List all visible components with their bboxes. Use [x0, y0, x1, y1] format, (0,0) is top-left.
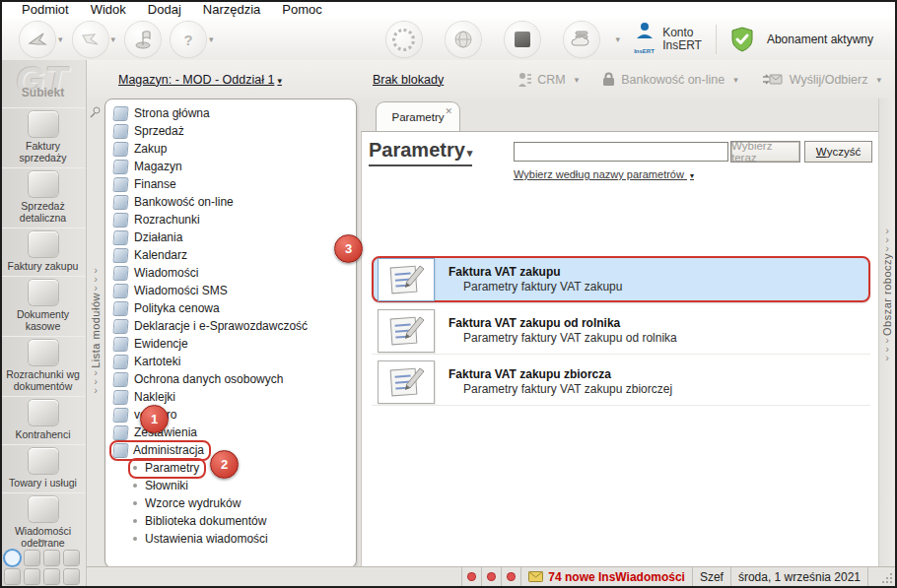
- menu-pomoc[interactable]: Pomoc: [272, 2, 331, 17]
- tree-item-wiadomosci-sms[interactable]: Wiadomości SMS: [105, 282, 356, 299]
- tree-item-zakup[interactable]: Zakup: [105, 140, 356, 158]
- nav-arrow-button[interactable]: [20, 22, 55, 57]
- select-now-button[interactable]: Wybierz teraz: [730, 141, 800, 163]
- filter-by-name-link[interactable]: Wybierz według nazwy parametrów ▾: [514, 168, 694, 180]
- sidebar-more-button[interactable]: ▾: [0, 536, 86, 547]
- current-date[interactable]: środa, 1 września 2021: [730, 567, 867, 586]
- close-icon[interactable]: ✕: [445, 106, 452, 116]
- page-title[interactable]: Parametry▾: [369, 139, 472, 166]
- parameters-list: Faktura VAT zakupuParametry faktury VAT …: [372, 256, 870, 410]
- module-mini-icon[interactable]: [64, 569, 79, 584]
- crm-button[interactable]: CRM ▾: [518, 72, 579, 88]
- chevron-down-icon: ▾: [876, 75, 881, 85]
- tree-item-kartoteki[interactable]: Kartoteki: [105, 353, 356, 370]
- sidebar-item-kontrahenci[interactable]: Kontrahenci: [0, 396, 86, 444]
- warehouse-selector[interactable]: Magazyn: - MOD - Oddział 1▾: [118, 73, 282, 87]
- tab-parametry[interactable]: Parametry ✕: [376, 101, 460, 131]
- red-dot-icon: [488, 573, 495, 580]
- tree-item-polityka-cenowa[interactable]: Polityka cenowa: [105, 299, 356, 317]
- tree-item-finanse[interactable]: Finanse: [105, 175, 356, 193]
- module-mini-icon[interactable]: [25, 551, 39, 565]
- tree-item-naklejki[interactable]: Naklejki: [105, 388, 356, 406]
- online-sphere-button[interactable]: [446, 22, 481, 57]
- status-dot-indicator: [501, 567, 520, 586]
- sidebar-item-dokumenty-kasowe[interactable]: Dokumenty kasowe: [0, 276, 86, 336]
- application-window: Podmiot Widok Dodaj Narzędzia Pomoc ▾ ▾ …: [0, 0, 897, 588]
- lock-status-link[interactable]: Brak blokady: [373, 73, 444, 87]
- tree-item-dzialania[interactable]: Działania: [105, 229, 356, 246]
- pin-icon[interactable]: [90, 106, 102, 118]
- tree-item-strona-glowna[interactable]: Strona główna: [105, 104, 356, 122]
- tree-item-deklaracje[interactable]: Deklaracje i e-Sprawozdawczość: [105, 317, 356, 335]
- status-dot-indicator: [481, 567, 501, 586]
- chevron-down-icon[interactable]: ▾: [616, 34, 621, 44]
- menu-widok[interactable]: Widok: [81, 2, 136, 17]
- send-arrow-button[interactable]: [73, 22, 108, 57]
- ins-messages-status[interactable]: 74 nowe InsWiadomości: [520, 567, 692, 586]
- chevron-down-icon[interactable]: ▾: [111, 34, 116, 44]
- online-banking-button[interactable]: Bankowość on-line ▾: [602, 72, 737, 87]
- module-list-strip[interactable]: › › › Lista modułów › › ›: [87, 98, 104, 569]
- sidebar-item-faktury-zakupu[interactable]: Faktury zakupu: [0, 228, 86, 276]
- menu-dodaj[interactable]: Dodaj: [138, 2, 191, 17]
- search-input[interactable]: [514, 142, 728, 162]
- tree-item-slowniki[interactable]: Słowniki: [105, 477, 356, 494]
- tree-item-magazyn[interactable]: Magazyn: [105, 158, 356, 175]
- tree-item-sprzedaz[interactable]: Sprzedaż: [105, 122, 356, 140]
- help-button[interactable]: ?: [171, 22, 206, 57]
- online-banking-icon: [113, 196, 127, 209]
- insert-badge: InsERT: [634, 48, 655, 54]
- module-mini-icon[interactable]: [44, 551, 59, 565]
- chevron-down-icon: ▾: [575, 75, 580, 85]
- catalogs-icon: [113, 356, 127, 368]
- account-insert[interactable]: InsERT KontoInsERT: [634, 22, 702, 57]
- tree-item-ochrona-danych[interactable]: Ochrona danych osobowych: [105, 370, 356, 388]
- clear-button[interactable]: Wyczyść: [804, 141, 872, 163]
- send-receive-label: Wyślij/Odbierz: [790, 73, 868, 87]
- module-mini-icon[interactable]: [25, 569, 39, 584]
- activities-icon: [113, 231, 127, 244]
- menu-narzedzia[interactable]: Narzędzia: [193, 2, 271, 17]
- tree-item-kalendarz[interactable]: Kalendarz: [105, 246, 356, 264]
- subscription-shield-icon: [730, 27, 754, 52]
- module-list-strip-label: Lista modułów: [90, 293, 102, 368]
- cube-icon: [515, 32, 530, 47]
- bullet-icon: [133, 501, 137, 505]
- menu-podmiot[interactable]: Podmiot: [12, 2, 79, 17]
- tree-item-wzorce-wydrukow[interactable]: Wzorce wydruków: [105, 494, 356, 512]
- retail-sales-icon: [29, 171, 58, 197]
- module-mini-icon[interactable]: [5, 551, 20, 565]
- subscription-status[interactable]: Abonament aktywny: [730, 27, 873, 52]
- sidebar-item-towary-i-uslugi[interactable]: Towary i usługi: [0, 444, 86, 492]
- cube-button[interactable]: [505, 22, 540, 57]
- current-user[interactable]: Szef: [692, 567, 730, 586]
- module-mini-icon[interactable]: [44, 569, 59, 584]
- sidebar-item-faktury-sprzedazy[interactable]: Faktury sprzedaży: [0, 107, 86, 167]
- chevron-down-icon[interactable]: ▾: [209, 34, 214, 44]
- workspace-strip[interactable]: › › › Obszar roboczy › › ›: [878, 98, 895, 569]
- tree-item-biblioteka-dokumentow[interactable]: Biblioteka dokumentów: [105, 512, 356, 530]
- declarations-icon: [113, 320, 127, 333]
- tree-item-bankowosc-online[interactable]: Bankowość on-line: [105, 193, 356, 211]
- send-receive-button[interactable]: Wyślij/Odbierz ▾: [762, 72, 881, 87]
- list-item-faktura-vat-zakupu[interactable]: Faktura VAT zakupuParametry faktury VAT …: [372, 256, 870, 302]
- purchase-invoices-icon: [29, 231, 58, 257]
- list-item-faktura-vat-zakupu-zbiorcza[interactable]: Faktura VAT zakupu zbiorczaParametry fak…: [372, 359, 870, 405]
- resize-grip[interactable]: [867, 567, 895, 586]
- tree-item-wiadomosci[interactable]: Wiadomości: [105, 264, 356, 282]
- parameter-note-icon: [378, 309, 435, 353]
- cloud-services-button[interactable]: [564, 22, 599, 57]
- sidebar-item-rozrachunki[interactable]: Rozrachunki wg dokumentów: [0, 336, 86, 396]
- tree-item-ewidencje[interactable]: Ewidencje: [105, 335, 356, 353]
- tree-item-rozrachunki[interactable]: Rozrachunki: [105, 211, 356, 229]
- sidebar-item-sprzedaz-detaliczna[interactable]: Sprzedaż detaliczna: [0, 167, 86, 228]
- module-mini-icon[interactable]: [5, 569, 20, 584]
- sync-button[interactable]: [386, 22, 422, 57]
- flag-button[interactable]: [125, 22, 161, 57]
- list-item-faktura-vat-zakupu-od-rolnika[interactable]: Faktura VAT zakupu od rolnikaParametry f…: [372, 307, 870, 354]
- module-mini-icon[interactable]: [64, 551, 79, 565]
- chevron-down-icon: ▾: [467, 147, 473, 159]
- chevron-down-icon[interactable]: ▾: [58, 34, 63, 44]
- chevron-down-icon: ▾: [277, 76, 282, 86]
- tree-item-ustawienia-wiadomosci[interactable]: Ustawienia wiadomości: [105, 530, 356, 548]
